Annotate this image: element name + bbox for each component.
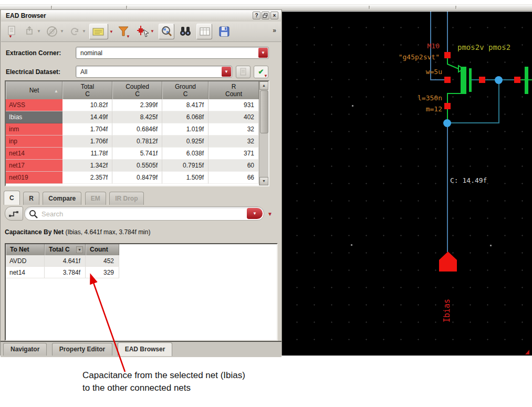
column-header-net[interactable]: Net ▲ [6, 81, 62, 99]
net14-wire-horizontal[interactable] [448, 122, 499, 123]
undock-button[interactable] [262, 12, 269, 19]
zoom-fit-icon[interactable] [159, 24, 174, 39]
table-row[interactable]: AVSS 10.82f 2.399f 8.417f 931 [6, 99, 268, 111]
grid-dot [490, 245, 492, 246]
pmos-channel-bar[interactable] [461, 67, 466, 94]
table-scrollbar[interactable]: ▲ ▼ [259, 81, 268, 185]
pin-highlight-square[interactable] [444, 52, 451, 58]
pin-highlight-square[interactable] [479, 77, 485, 83]
ibias-net-wire[interactable] [447, 123, 448, 252]
model-name-label[interactable]: "g45p2svt" [399, 53, 440, 61]
toolbar-overflow-button[interactable]: » [273, 27, 276, 34]
pin-highlight-square[interactable] [444, 103, 451, 109]
table-row[interactable]: inm 1.704f 0.6846f 1.019f 32 [6, 123, 268, 135]
assistant-tab-bar: Navigator Property Editor EAD Browser [1, 341, 281, 357]
probe-icon[interactable]: ▼ [135, 24, 151, 39]
search-box[interactable]: ▼ [24, 206, 264, 221]
help-button[interactable]: ? [253, 12, 260, 19]
net-route-button[interactable] [5, 206, 23, 221]
column-header-total-c[interactable]: Total C ▼ [45, 244, 86, 255]
title-bar[interactable]: EAD Browser ? × [1, 10, 281, 22]
find-icon[interactable] [178, 24, 193, 39]
cell-name-label: pmos2v pmos2 [457, 43, 510, 51]
grid-dot [351, 244, 352, 246]
column-header-count[interactable]: Count [86, 244, 119, 255]
search-dropdown-icon[interactable]: ▼ [247, 208, 263, 219]
export-icon[interactable]: ▼ [22, 24, 38, 39]
table-row[interactable]: inp 1.706f 0.7812f 0.925f 32 [6, 135, 268, 148]
instance-name-label[interactable]: M10 [427, 42, 440, 50]
result-tabs: C R Compare EM IR Drop [4, 191, 145, 205]
section-heading: Capacitance By Net (Ibias, 4.641f max, 3… [5, 228, 150, 236]
electrical-dataset-select[interactable]: All ▼ [76, 66, 232, 78]
electrical-dataset-dropdown-icon[interactable]: ▼ [222, 67, 231, 77]
panel-title: EAD Browser [6, 12, 46, 19]
tab-property-editor[interactable]: Property Editor [52, 343, 112, 356]
extraction-corner-dropdown-icon[interactable]: ▼ [258, 48, 268, 58]
toolbar: ▼ ▼ ▼ ▼ ▼ ▼ ▼ [1, 22, 281, 42]
length-param-label[interactable]: l=350n [418, 94, 442, 102]
tab-ead-browser[interactable]: EAD Browser [118, 342, 173, 356]
pin-highlight-square[interactable] [444, 77, 451, 83]
schematic-canvas[interactable]: M10 "g45p2svt" w=5u l=350n m=12 pmos2v p… [282, 12, 532, 356]
capacitance-annotation-label: C: 14.49f [450, 176, 487, 184]
table-view-icon[interactable] [196, 24, 212, 39]
scroll-down-icon[interactable]: ▼ [259, 177, 268, 185]
search-icon [28, 209, 39, 220]
grid-dot [352, 105, 353, 107]
tab-em[interactable]: EM [85, 192, 106, 205]
search-input[interactable] [40, 208, 232, 220]
scrollbar-thumb[interactable] [260, 90, 268, 133]
capacitance-by-net-table: To Net Total C ▼ Count AVDD 4.641f 452 n… [5, 243, 278, 341]
sort-asc-icon: ▲ [54, 88, 58, 95]
tab-navigator[interactable]: Navigator [3, 343, 47, 356]
search-options-dropdown-icon[interactable]: ▼ [267, 211, 273, 217]
table-row-selected[interactable]: Ibias 14.49f 8.425f 6.068f 402 [6, 111, 268, 123]
annotation-caption: Capacitance from the selected net (Ibias… [82, 369, 245, 394]
electrical-dataset-label: Electrical Dataset: [6, 68, 60, 76]
table-row[interactable]: AVDD 4.641f 452 [6, 255, 277, 267]
extraction-corner-select[interactable]: nominal ▼ [76, 47, 269, 59]
tab-ir-drop[interactable]: IR Drop [109, 192, 143, 205]
width-param-label[interactable]: w=5u [426, 68, 442, 76]
dataset-check-button[interactable]: ✔ ▼ [254, 66, 268, 78]
pin-highlight-square[interactable] [514, 77, 520, 83]
close-button[interactable]: × [270, 12, 278, 19]
origin-marker [525, 350, 529, 354]
table-row[interactable]: net14 3.784f 329 [6, 267, 277, 278]
report-icon[interactable]: ▼ [4, 24, 20, 39]
source-wire-vertical[interactable] [447, 12, 448, 54]
mult-param-label[interactable]: m=12 [426, 105, 442, 113]
next-device-bar [525, 67, 528, 94]
table-row[interactable]: net17 1.342f 0.5505f 0.7915f 60 [6, 160, 268, 172]
junction-dot [495, 76, 503, 84]
junction-dot [443, 119, 451, 127]
table-row[interactable]: net019 2.357f 0.8479f 1.509f 66 [6, 172, 268, 184]
ead-browser-panel: EAD Browser ? × ▼ ▼ ▼ ▼ ▼ ▼ [0, 9, 282, 356]
scroll-up-icon[interactable]: ▲ [259, 81, 268, 90]
ibias-pin[interactable] [439, 252, 457, 272]
save-icon[interactable] [216, 24, 232, 39]
column-header-total-c[interactable]: TotalC [62, 81, 112, 99]
sort-desc-icon[interactable]: ▼ [76, 246, 83, 253]
tab-c[interactable]: C [4, 191, 20, 205]
undo-icon[interactable]: ▼ [67, 24, 83, 39]
pmos-source-connector-h [447, 93, 464, 94]
net14-wire-vertical[interactable] [498, 83, 499, 123]
column-header-to-net[interactable]: To Net [6, 244, 45, 255]
configure-icon[interactable]: ▼ [44, 24, 60, 39]
column-header-r-count[interactable]: RCount [208, 81, 259, 99]
filter-icon[interactable]: ▼ [116, 24, 131, 39]
tab-r[interactable]: R [23, 192, 39, 205]
tab-compare[interactable]: Compare [43, 192, 81, 205]
annotation-icon[interactable]: ▼ [89, 24, 108, 39]
net-table-header: Net ▲ TotalC CoupledC GroundC RCount [6, 81, 268, 99]
net-table: Net ▲ TotalC CoupledC GroundC RCount AVS… [5, 80, 269, 186]
table-row[interactable]: net14 11.78f 5.741f 6.038f 371 [6, 148, 268, 160]
extraction-corner-label: Extraction Corner: [6, 49, 61, 57]
column-header-ground-c[interactable]: GroundC [162, 81, 208, 99]
column-header-coupled-c[interactable]: CoupledC [112, 81, 162, 99]
cap-table-header: To Net Total C ▼ Count [6, 244, 277, 255]
ibias-pin-label: Ibias [442, 289, 452, 322]
dataset-report-button[interactable] [236, 66, 251, 78]
